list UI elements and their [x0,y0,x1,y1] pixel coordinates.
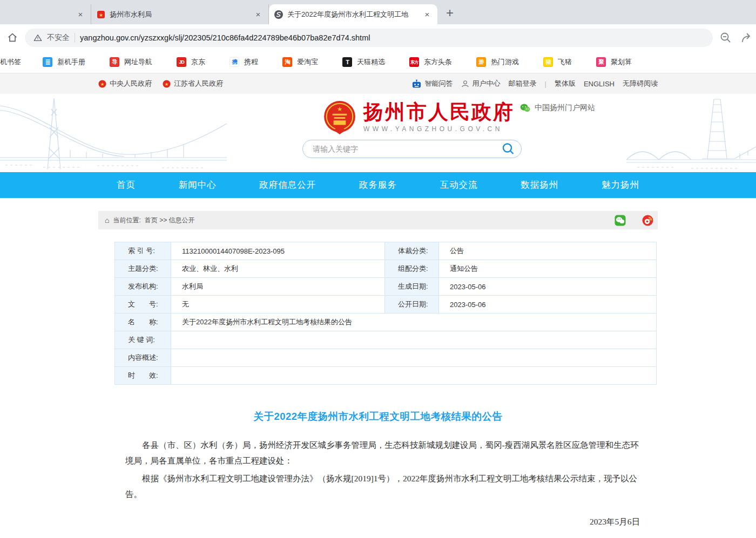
tower-sketch-decoration [626,94,756,172]
ctrip-icon: 携 [230,57,239,67]
table-row: 索 引 号: 11321000014407098E-2023-095 体裁分类:… [115,242,657,260]
nav-item-interaction[interactable]: 互动交流 [440,179,478,191]
nav-item-services[interactable]: 政务服务 [359,179,397,191]
zoom-out-icon[interactable] [719,31,732,44]
meta-value: 2023-05-06 [439,296,657,314]
table-row: 主题分类: 农业、林业、水利 组配分类: 通知公告 [115,260,657,278]
site-logo[interactable]: ★ 扬州市人民政府 WWW.YANGZHOU.GOV.CN [323,100,515,134]
nav-item-data[interactable]: 数据扬州 [521,179,558,191]
address-actions [719,31,754,44]
breadcrumb-label: 当前位置: [113,216,140,225]
wechat-share-icon[interactable] [615,215,626,226]
close-tab-icon[interactable]: × [253,10,263,19]
tab-active-article[interactable]: 关于2022年度扬州市水利工程文明工地 × [269,4,437,24]
link-user-center[interactable]: 用户中心 [461,79,501,88]
tab-bar: × ★ 扬州市水利局 × 关于2022年度扬州市水利工程文明工地 × + [0,0,756,24]
breadcrumb-path[interactable]: 首页 >> 信息公开 [145,216,195,225]
tab-title: 扬州市水利局 [110,10,249,19]
link-smart-qa[interactable]: 智能问答 [411,79,453,88]
svg-text:★: ★ [165,81,169,86]
bookmark-item[interactable]: 携 携程 [230,57,258,67]
bookmark-item[interactable]: ≣ 新机手册 [43,57,85,67]
metadata-table: 索 引 号: 11321000014407098E-2023-095 体裁分类:… [114,242,657,385]
link-label: 中央人民政府 [110,79,152,88]
wechat-icon [520,104,530,112]
bookmark-item[interactable]: 东方 东方头条 [409,57,452,67]
link-central-gov[interactable]: ★ 中央人民政府 [98,79,152,88]
home-icon[interactable] [6,32,18,44]
meta-value: 公告 [439,242,657,260]
bookmark-item[interactable]: JD 京东 [177,57,205,67]
meta-label: 主题分类: [115,260,171,278]
tab-yangzhou-water-bureau[interactable]: ★ 扬州市水利局 × [91,4,269,24]
gov-emblem-icon: ★ [163,80,171,88]
close-tab-icon[interactable]: × [422,10,432,19]
home-icon: ⌂ [105,216,109,224]
browser-window: × ★ 扬州市水利局 × 关于2022年度扬州市水利工程文明工地 × + 不安全… [0,0,756,538]
robot-icon [411,79,422,88]
meta-value: 11321000014407098E-2023-095 [171,242,385,260]
portal-link[interactable]: 中国扬州门户网站 [520,103,595,113]
nav-item-news[interactable]: 新闻中心 [179,179,217,191]
nav-item-charm[interactable]: 魅力扬州 [602,179,639,191]
link-label: 用户中心 [473,79,501,88]
close-tab-icon[interactable]: × [76,10,85,19]
bookmark-item[interactable]: 淘 爱淘宝 [282,57,318,67]
svg-text:★: ★ [337,106,342,112]
site-name: 扬州市人民政府 [363,101,515,124]
bookmark-item[interactable]: 游 热门游戏 [476,57,519,67]
meta-value: 水利局 [171,278,385,296]
meta-value: 无 [171,296,385,314]
meta-value [171,367,657,385]
weibo-share-icon[interactable] [642,215,653,226]
bookmark-label: 飞猪 [558,57,572,67]
meta-label: 关 键 词: [115,331,171,349]
table-row: 关 键 词: [115,331,657,349]
nav-item-home[interactable]: 首页 [117,179,136,191]
new-tab-button[interactable]: + [446,6,454,19]
divider: | [545,80,546,88]
link-jiangsu-gov[interactable]: ★ 江苏省人民政府 [163,79,223,88]
site-nav-icon: 导 [110,57,119,67]
article-date: 2023年5月6日 [98,516,658,528]
site-header: ★ 扬州市人民政府 WWW.YANGZHOU.GOV.CN 中国扬州门户网站 [0,94,756,172]
meta-value [171,331,657,349]
bookmark-item[interactable]: 聚 聚划算 [596,57,632,67]
address-toolbar: 不安全 yangzhou.gov.cn/yzszxxgk/slj/202305/… [0,24,756,51]
bookmark-label: 热门游戏 [491,57,519,67]
bookmark-item[interactable]: T 天猫精选 [342,57,385,67]
bookmark-overflow[interactable]: 机书签 [0,57,21,67]
link-traditional[interactable]: 繁体版 [555,79,576,88]
link-mail-login[interactable]: 邮箱登录 [509,79,537,88]
search-input[interactable] [302,140,522,158]
meta-value: 2023-05-06 [439,278,657,296]
meta-value: 农业、林业、水利 [171,260,385,278]
meta-value: 通知公告 [439,260,657,278]
table-row: 时 效: [115,367,657,385]
gov-emblem-favicon: ★ [97,10,105,19]
table-row: 内容概述: [115,349,657,367]
search-button[interactable] [501,142,515,156]
bookmark-item[interactable]: 猪 飞猪 [543,57,572,67]
fliggy-icon: 猪 [543,57,553,67]
tab-partial[interactable]: × [0,4,91,24]
bookmark-label: 天猫精选 [357,57,385,67]
meta-label: 生成日期: [385,278,439,296]
bookmark-item[interactable]: 导 网址导航 [110,57,152,67]
link-accessibility[interactable]: 无障碍阅读 [623,79,658,88]
url-text[interactable]: yangzhou.gov.cn/yzszxxgk/slj/202305/210c… [80,33,370,42]
link-label: 繁体版 [555,79,576,88]
share-icon[interactable] [740,31,754,44]
meta-label: 索 引 号: [115,242,171,260]
tab-title: 关于2022年度扬州市水利工程文明工地 [287,10,418,19]
browser-logo-favicon [274,10,283,19]
link-label: 江苏省人民政府 [174,79,223,88]
link-english[interactable]: ENGLISH [584,80,615,88]
meta-label: 发布机构: [115,278,171,296]
meta-value: 关于2022年度扬州市水利工程文明工地考核结果的公告 [171,314,657,331]
security-label[interactable]: 不安全 [47,33,70,43]
address-bar[interactable]: 不安全 yangzhou.gov.cn/yzszxxgk/slj/202305/… [25,29,713,47]
nav-item-info-disclosure[interactable]: 政府信息公开 [259,179,316,191]
manual-icon: ≣ [43,57,52,67]
toutiao-icon: 东方 [409,57,419,67]
